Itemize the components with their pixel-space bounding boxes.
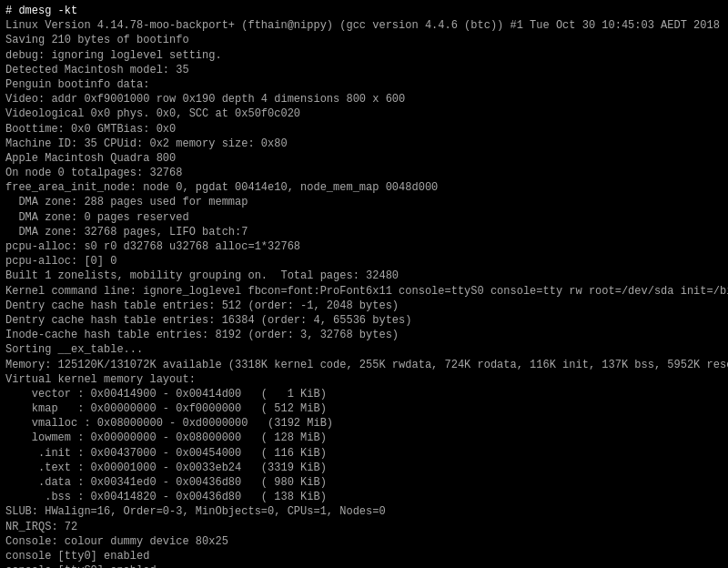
terminal-line: Machine ID: 35 CPUid: 0x2 memory size: 0… (5, 137, 723, 151)
terminal-line: Built 1 zonelists, mobility grouping on.… (5, 269, 723, 283)
terminal-line: .init : 0x00437000 - 0x00454000 ( 116 Ki… (5, 446, 723, 461)
terminal-line: DMA zone: 32768 pages, LIFO batch:7 (5, 225, 723, 239)
terminal-line: On node 0 totalpages: 32768 (5, 166, 723, 180)
terminal-line: Memory: 125120K/131072K available (3318K… (5, 358, 723, 372)
terminal-line: Detected Macintosh model: 35 (5, 63, 723, 77)
terminal-line: Inode-cache hash table entries: 8192 (or… (5, 328, 723, 342)
terminal-line: Dentry cache hash table entries: 16384 (… (5, 313, 723, 328)
terminal-line: kmap : 0x00000000 - 0xf0000000 ( 512 MiB… (5, 401, 723, 416)
terminal-line: free_area_init_node: node 0, pgdat 00414… (5, 180, 723, 195)
terminal-line: DMA zone: 0 pages reserved (5, 210, 723, 225)
terminal-line: .text : 0x00001000 - 0x0033eb24 (3319 Ki… (5, 461, 723, 475)
terminal-line: console [ttyS0] enabled (5, 563, 723, 568)
terminal-line: # dmesg -kt (5, 4, 723, 18)
terminal-line: SLUB: HWalign=16, Order=0-3, MinObjects=… (5, 504, 723, 519)
terminal-line: Linux Version 4.14.78-moo-backport+ (fth… (5, 18, 723, 33)
terminal-line: pcpu-alloc: s0 r0 d32768 u32768 alloc=1*… (5, 239, 723, 254)
terminal-line: vmalloc : 0x08000000 - 0xd0000000 (3192 … (5, 416, 723, 431)
terminal-line: .data : 0x00341ed0 - 0x00436d80 ( 980 Ki… (5, 475, 723, 490)
terminal-line: vector : 0x00414900 - 0x00414d00 ( 1 KiB… (5, 387, 723, 401)
terminal-line: Console: colour dummy device 80x25 (5, 534, 723, 549)
terminal-line: lowmem : 0x00000000 - 0x08000000 ( 128 M… (5, 431, 723, 445)
terminal-line: Saving 210 bytes of bootinfo (5, 33, 723, 47)
terminal-line: Videological 0x0 phys. 0x0, SCC at 0x50f… (5, 106, 723, 121)
terminal-line: pcpu-alloc: [0] 0 (5, 254, 723, 269)
terminal-line: debug: ignoring loglevel setting. (5, 48, 723, 63)
terminal-window: # dmesg -ktLinux Version 4.14.78-moo-bac… (0, 0, 728, 568)
terminal-line: Virtual kernel memory layout: (5, 372, 723, 387)
terminal-line: Dentry cache hash table entries: 512 (or… (5, 299, 723, 313)
terminal-line: Video: addr 0xf9001000 row 0x190 depth 4… (5, 92, 723, 106)
terminal-line: Kernel command line: ignore_loglevel fbc… (5, 284, 723, 299)
terminal-line: Boottime: 0x0 GMTBias: 0x0 (5, 122, 723, 137)
terminal-line: .bss : 0x00414820 - 0x00436d80 ( 138 KiB… (5, 490, 723, 504)
terminal-line: Sorting __ex_table... (5, 342, 723, 357)
terminal-line: NR_IRQS: 72 (5, 520, 723, 534)
terminal-line: Apple Macintosh Quadra 800 (5, 151, 723, 166)
terminal-line: console [tty0] enabled (5, 549, 723, 563)
terminal-line: Penguin bootinfo data: (5, 77, 723, 92)
terminal-line: DMA zone: 288 pages used for memmap (5, 195, 723, 209)
